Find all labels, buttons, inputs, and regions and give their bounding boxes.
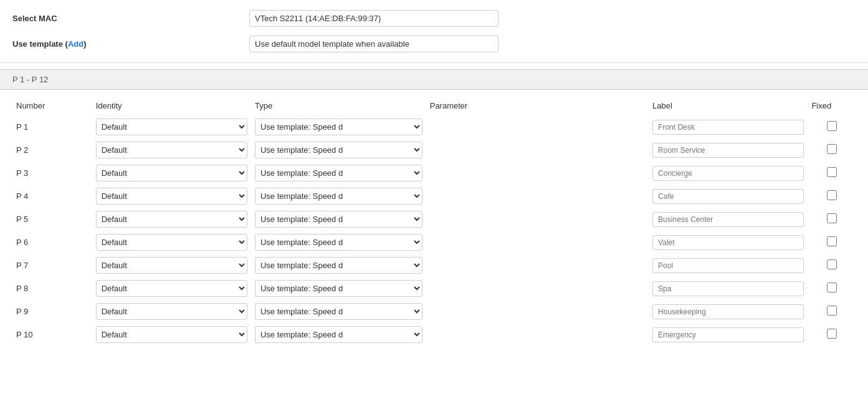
cell-type[interactable]: Use template: Speed d bbox=[251, 254, 426, 277]
cell-label[interactable] bbox=[649, 277, 808, 300]
cell-type[interactable]: Use template: Speed d bbox=[251, 208, 426, 231]
cell-label[interactable] bbox=[649, 162, 808, 185]
fixed-checkbox[interactable] bbox=[827, 329, 837, 339]
cell-fixed[interactable] bbox=[808, 254, 856, 277]
label-input[interactable] bbox=[652, 258, 804, 273]
label-input[interactable] bbox=[652, 304, 804, 319]
fixed-checkbox[interactable] bbox=[827, 283, 837, 292]
cell-label[interactable] bbox=[649, 138, 808, 162]
cell-type[interactable]: Use template: Speed d bbox=[251, 185, 426, 208]
cell-label[interactable] bbox=[649, 323, 808, 346]
col-header-type: Type bbox=[251, 96, 426, 115]
fixed-checkbox[interactable] bbox=[827, 144, 837, 154]
cell-parameter bbox=[426, 231, 649, 254]
cell-label[interactable] bbox=[649, 185, 808, 208]
cell-identity[interactable]: Default bbox=[92, 208, 251, 231]
label-input[interactable] bbox=[652, 120, 804, 135]
identity-select[interactable]: Default bbox=[96, 257, 247, 274]
cell-number: P 5 bbox=[12, 208, 92, 231]
cell-label[interactable] bbox=[649, 208, 808, 231]
label-input[interactable] bbox=[652, 166, 804, 181]
cell-type[interactable]: Use template: Speed d bbox=[251, 323, 426, 346]
fixed-checkbox[interactable] bbox=[827, 167, 837, 177]
table-container: Number Identity Type Parameter Label Fix… bbox=[0, 90, 868, 352]
identity-select[interactable]: Default bbox=[96, 165, 247, 181]
use-template-row: Use template (Add) Use default model tem… bbox=[12, 36, 856, 52]
table-row: P 7DefaultUse template: Speed d bbox=[12, 254, 856, 277]
fixed-checkbox[interactable] bbox=[827, 259, 837, 269]
cell-identity[interactable]: Default bbox=[92, 277, 251, 300]
section-header: P 1 - P 12 bbox=[0, 69, 868, 90]
type-select[interactable]: Use template: Speed d bbox=[255, 280, 422, 297]
fixed-checkbox[interactable] bbox=[827, 190, 837, 200]
fixed-checkbox[interactable] bbox=[827, 236, 837, 246]
label-input[interactable] bbox=[652, 189, 804, 204]
cell-fixed[interactable] bbox=[808, 185, 856, 208]
cell-type[interactable]: Use template: Speed d bbox=[251, 115, 426, 138]
label-input[interactable] bbox=[652, 327, 804, 342]
identity-select[interactable]: Default bbox=[96, 142, 247, 158]
fixed-checkbox[interactable] bbox=[827, 121, 837, 131]
table-row: P 9DefaultUse template: Speed d bbox=[12, 300, 856, 323]
cell-type[interactable]: Use template: Speed d bbox=[251, 300, 426, 323]
cell-type[interactable]: Use template: Speed d bbox=[251, 277, 426, 300]
cell-label[interactable] bbox=[649, 231, 808, 254]
cell-parameter bbox=[426, 185, 649, 208]
col-header-label: Label bbox=[649, 96, 808, 115]
cell-fixed[interactable] bbox=[808, 300, 856, 323]
cell-type[interactable]: Use template: Speed d bbox=[251, 231, 426, 254]
cell-type[interactable]: Use template: Speed d bbox=[251, 162, 426, 185]
type-select[interactable]: Use template: Speed d bbox=[255, 142, 422, 158]
cell-identity[interactable]: Default bbox=[92, 300, 251, 323]
cell-fixed[interactable] bbox=[808, 323, 856, 346]
table-row: P 5DefaultUse template: Speed d bbox=[12, 208, 856, 231]
cell-identity[interactable]: Default bbox=[92, 185, 251, 208]
cell-identity[interactable]: Default bbox=[92, 254, 251, 277]
cell-identity[interactable]: Default bbox=[92, 138, 251, 162]
identity-select[interactable]: Default bbox=[96, 234, 247, 251]
use-template-label: Use template (Add) bbox=[12, 39, 249, 49]
type-select[interactable]: Use template: Speed d bbox=[255, 303, 422, 320]
add-template-link[interactable]: Add bbox=[68, 39, 83, 49]
fixed-checkbox[interactable] bbox=[827, 213, 837, 223]
type-select[interactable]: Use template: Speed d bbox=[255, 165, 422, 181]
cell-fixed[interactable] bbox=[808, 231, 856, 254]
col-header-identity: Identity bbox=[92, 96, 251, 115]
table-row: P 2DefaultUse template: Speed d bbox=[12, 138, 856, 162]
type-select[interactable]: Use template: Speed d bbox=[255, 118, 422, 135]
label-input[interactable] bbox=[652, 281, 804, 296]
cell-fixed[interactable] bbox=[808, 277, 856, 300]
cell-label[interactable] bbox=[649, 254, 808, 277]
type-select[interactable]: Use template: Speed d bbox=[255, 188, 422, 205]
type-select[interactable]: Use template: Speed d bbox=[255, 211, 422, 228]
cell-label[interactable] bbox=[649, 300, 808, 323]
identity-select[interactable]: Default bbox=[96, 118, 247, 135]
cell-parameter bbox=[426, 115, 649, 138]
fixed-checkbox[interactable] bbox=[827, 306, 837, 316]
table-row: P 6DefaultUse template: Speed d bbox=[12, 231, 856, 254]
type-select[interactable]: Use template: Speed d bbox=[255, 326, 422, 343]
identity-select[interactable]: Default bbox=[96, 303, 247, 320]
cell-label[interactable] bbox=[649, 115, 808, 138]
cell-number: P 9 bbox=[12, 300, 92, 323]
identity-select[interactable]: Default bbox=[96, 211, 247, 228]
cell-type[interactable]: Use template: Speed d bbox=[251, 138, 426, 162]
identity-select[interactable]: Default bbox=[96, 280, 247, 297]
cell-identity[interactable]: Default bbox=[92, 162, 251, 185]
cell-fixed[interactable] bbox=[808, 162, 856, 185]
cell-identity[interactable]: Default bbox=[92, 323, 251, 346]
label-input[interactable] bbox=[652, 212, 804, 227]
cell-identity[interactable]: Default bbox=[92, 115, 251, 138]
label-input[interactable] bbox=[652, 235, 804, 250]
cell-fixed[interactable] bbox=[808, 208, 856, 231]
cell-fixed[interactable] bbox=[808, 115, 856, 138]
cell-number: P 2 bbox=[12, 138, 92, 162]
col-header-parameter: Parameter bbox=[426, 96, 649, 115]
identity-select[interactable]: Default bbox=[96, 188, 247, 205]
type-select[interactable]: Use template: Speed d bbox=[255, 257, 422, 274]
identity-select[interactable]: Default bbox=[96, 326, 247, 343]
label-input[interactable] bbox=[652, 143, 804, 158]
cell-identity[interactable]: Default bbox=[92, 231, 251, 254]
type-select[interactable]: Use template: Speed d bbox=[255, 234, 422, 251]
cell-fixed[interactable] bbox=[808, 138, 856, 162]
